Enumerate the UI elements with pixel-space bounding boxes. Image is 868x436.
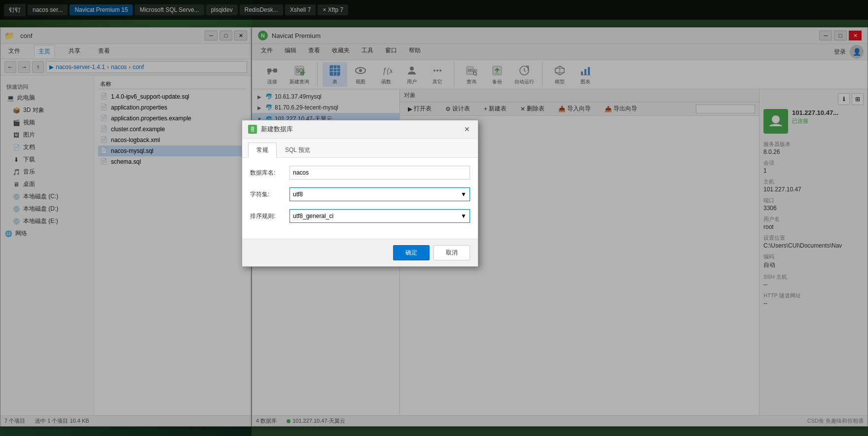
charset-label: 字符集: — [250, 190, 289, 199]
dialog-footer: 确定 取消 — [242, 239, 478, 266]
collation-value: utf8_general_ci — [293, 213, 333, 219]
dialog-tabs: 常规 SQL 预览 — [242, 139, 478, 158]
collation-dropdown-icon: ▼ — [461, 213, 467, 219]
charset-select[interactable]: utf8 ▼ — [289, 187, 470, 201]
dialog-tab-general[interactable]: 常规 — [248, 143, 277, 158]
dialog-ok-button[interactable]: 确定 — [393, 245, 430, 260]
collation-label: 排序规则: — [250, 212, 289, 220]
dialog-field-collation: 排序规则: utf8_general_ci ▼ — [250, 209, 470, 223]
dialog-titlebar: 🗄 新建数据库 ✕ — [242, 120, 478, 139]
dbname-label: 数据库名: — [250, 169, 289, 177]
new-database-dialog: 🗄 新建数据库 ✕ 常规 SQL 预览 数据库名: 字符集: utf8 ▼ 排序… — [242, 120, 478, 267]
dialog-title-icon: 🗄 — [248, 125, 257, 134]
dialog-close-button[interactable]: ✕ — [462, 124, 472, 134]
charset-value: utf8 — [293, 191, 303, 198]
charset-dropdown-icon: ▼ — [461, 191, 467, 198]
dialog-field-dbname: 数据库名: — [250, 166, 470, 180]
collation-select[interactable]: utf8_general_ci ▼ — [289, 209, 470, 223]
dbname-input[interactable] — [289, 166, 470, 180]
dialog-field-charset: 字符集: utf8 ▼ — [250, 187, 470, 201]
dialog-title: 新建数据库 — [261, 125, 462, 134]
dialog-cancel-button[interactable]: 取消 — [434, 245, 470, 260]
dialog-overlay: 🗄 新建数据库 ✕ 常规 SQL 预览 数据库名: 字符集: utf8 ▼ 排序… — [0, 0, 868, 436]
dialog-body: 数据库名: 字符集: utf8 ▼ 排序规则: utf8_general_ci … — [242, 158, 478, 239]
dialog-tab-sql[interactable]: SQL 预览 — [277, 143, 319, 157]
